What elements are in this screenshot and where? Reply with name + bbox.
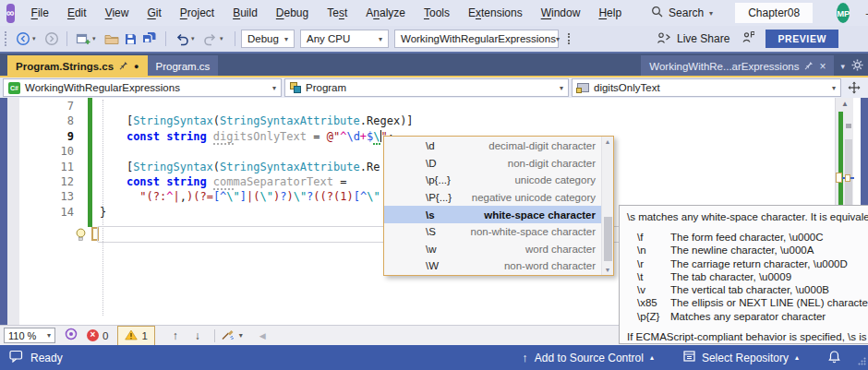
redo-button[interactable] <box>200 30 220 49</box>
select-repository-button[interactable]: Select Repository ▴ <box>683 351 799 364</box>
tab-program-cs[interactable]: Program.cs <box>148 55 219 78</box>
code-lines[interactable]: [StringSyntax(StringSyntaxAttribute.Rege… <box>100 99 414 220</box>
member-dropdown[interactable]: digitsOnlyText ▾ <box>572 78 841 97</box>
menu-debug[interactable]: Debug <box>267 0 318 26</box>
menu-tools[interactable]: Tools <box>415 0 459 26</box>
completion-item[interactable]: \Snon-white-space character <box>384 223 601 241</box>
code-cleanup-broom-icon[interactable] <box>221 328 235 344</box>
startup-project-dropdown[interactable]: WorkingWithRegularExpressions ▾ <box>394 30 559 48</box>
code-line[interactable]: "(?:^|,)(?=[^\"]|(\")?)\"?((?(1)[^\" <box>100 189 414 204</box>
code-line[interactable]: [StringSyntax(StringSyntaxAttribute.Rege… <box>100 113 414 128</box>
navigate-forward-button[interactable] <box>42 30 61 49</box>
open-file-button[interactable] <box>102 30 121 49</box>
code-line[interactable]: const string digitsOnlyText = @"^\d+$\"; <box>100 129 414 144</box>
resize-grip[interactable] <box>858 355 866 368</box>
completion-item[interactable]: \p{...}unicode category <box>384 172 601 189</box>
completion-item[interactable]: \Wnon-word character <box>384 257 601 275</box>
scroll-up-arrow-icon[interactable]: ▲ <box>602 138 613 145</box>
menu-help[interactable]: Help <box>589 0 631 26</box>
completion-item[interactable]: \P{...}negative unicode category <box>384 189 601 207</box>
gear-icon[interactable] <box>851 58 863 75</box>
add-to-source-control-button[interactable]: ↑ Add to Source Control ▴ <box>522 351 654 364</box>
lightbulb-quick-actions-icon[interactable] <box>75 228 87 245</box>
tooltip-row: \nThe newline character, \u000A <box>637 244 868 257</box>
type-dropdown[interactable]: Program ▾ <box>284 78 569 97</box>
menu-build[interactable]: Build <box>223 0 267 26</box>
close-icon[interactable]: × <box>819 60 826 73</box>
search-icon <box>651 6 663 20</box>
member-value: digitsOnlyText <box>594 82 660 93</box>
chevron-down-icon[interactable]: ▾ <box>32 35 42 42</box>
menu-window[interactable]: Window <box>532 0 590 26</box>
line-number: 11 <box>19 160 74 174</box>
completion-item[interactable]: \swhite-space character <box>384 206 601 223</box>
menu-analyze[interactable]: Analyze <box>356 0 415 26</box>
warning-filter-button[interactable]: 1 <box>117 326 154 346</box>
tab-label: Program.Strings.cs <box>16 61 114 72</box>
solution-platform-dropdown[interactable]: Any CPU ▾ <box>300 30 389 48</box>
navigate-back-button[interactable] <box>13 30 32 49</box>
live-share-icon <box>656 31 671 47</box>
live-share-button[interactable]: Live Share <box>656 31 729 47</box>
breakpoint-margin[interactable] <box>7 98 19 325</box>
solution-configuration-dropdown[interactable]: Debug ▾ <box>241 30 295 48</box>
error-icon[interactable]: × <box>87 329 99 341</box>
document-list-chevron-icon[interactable]: ▾ <box>840 62 845 71</box>
scroll-up-arrow-icon[interactable]: ▲ <box>836 100 854 108</box>
undo-button[interactable] <box>172 30 191 49</box>
code-line[interactable] <box>100 99 414 113</box>
pin-icon[interactable] <box>804 61 814 73</box>
editor-navigation-bar: C# WorkingWithRegularExpressions ▾ Progr… <box>0 78 868 98</box>
feedback-icon[interactable] <box>741 30 754 47</box>
menu-edit[interactable]: Edit <box>58 0 96 26</box>
chevron-down-icon[interactable]: ▾ <box>92 35 102 42</box>
zoom-value: 110 % <box>8 330 36 341</box>
solution-name-badge[interactable]: Chapter08 <box>735 3 813 23</box>
scroll-down-arrow-icon[interactable]: ▼ <box>602 267 613 273</box>
search-control[interactable]: Search ▾ <box>642 6 722 20</box>
chevron-down-icon[interactable]: ▾ <box>191 35 200 42</box>
menu-view[interactable]: View <box>96 0 139 26</box>
tab-workingwithregularexpressions[interactable]: WorkingWithRe...arExpressions × <box>641 55 834 78</box>
scroll-left-arrow-icon[interactable]: ◀ <box>259 331 266 340</box>
project-dropdown[interactable]: C# WorkingWithRegularExpressions ▾ <box>3 78 282 97</box>
pin-icon[interactable] <box>119 61 128 73</box>
split-window-handle[interactable] <box>846 79 862 96</box>
tab-program-strings-cs[interactable]: Program.Strings.cs ● <box>7 55 148 78</box>
menu-git[interactable]: Git <box>138 0 170 26</box>
code-line[interactable]: } <box>100 205 414 220</box>
minimize-button[interactable]: – <box>850 0 868 26</box>
next-issue-arrow-icon[interactable]: ↓ <box>195 329 200 342</box>
menu-test[interactable]: Test <box>318 0 356 26</box>
scrollbar-thumb[interactable] <box>604 217 612 261</box>
completion-item[interactable]: \Dnon-digit character <box>384 155 601 173</box>
completion-item[interactable]: \ddecimal-digit character <box>384 137 601 155</box>
notifications-bell-icon[interactable] <box>828 350 840 366</box>
toolbar-grip[interactable] <box>5 31 8 46</box>
account-avatar[interactable]: MP <box>837 3 850 23</box>
previous-issue-arrow-icon[interactable]: ↑ <box>173 329 178 342</box>
save-button[interactable] <box>121 30 140 49</box>
menu-file[interactable]: File <box>22 0 58 26</box>
intellicode-icon[interactable] <box>65 328 78 344</box>
new-project-button[interactable] <box>73 30 92 49</box>
line-number: 10 <box>19 144 74 159</box>
feedback-bubble-icon[interactable] <box>9 350 23 365</box>
code-line[interactable]: const string commaSeparatorText = <box>100 174 414 189</box>
completion-item[interactable]: \wword character <box>384 241 601 258</box>
chevron-down-icon: ▾ <box>272 84 276 92</box>
preview-button[interactable]: PREVIEW <box>766 30 838 48</box>
code-line[interactable] <box>100 144 414 159</box>
menu-extensions[interactable]: Extensions <box>459 0 532 26</box>
track-changes-bar <box>88 98 92 227</box>
completion-scrollbar[interactable]: ▲ ▼ <box>601 137 613 275</box>
code-line[interactable]: [StringSyntax(StringSyntaxAttribute.Re <box>100 160 414 174</box>
chevron-down-icon[interactable]: ▾ <box>220 35 229 42</box>
tooltip-row: \p{Z}Matches any separator character <box>637 310 868 323</box>
error-count[interactable]: 0 <box>102 330 108 341</box>
chevron-down-icon[interactable]: ▾ <box>239 331 243 340</box>
save-all-button[interactable] <box>140 30 160 49</box>
toolbar-overflow-button[interactable] <box>568 33 573 44</box>
zoom-level-dropdown[interactable]: 110 % ▾ <box>4 328 55 343</box>
menu-project[interactable]: Project <box>171 0 223 26</box>
